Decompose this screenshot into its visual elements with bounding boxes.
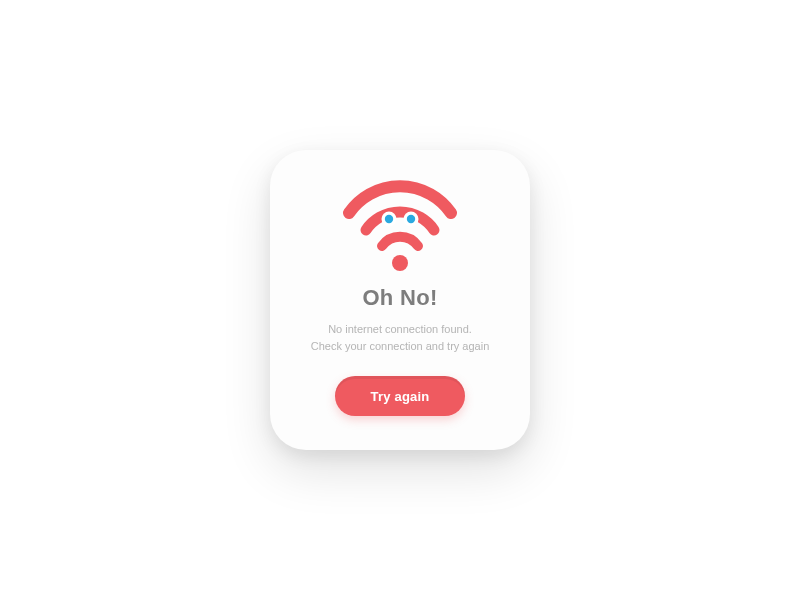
dialog-description-line2: Check your connection and try again	[311, 340, 490, 352]
dialog-title: Oh No!	[362, 285, 437, 311]
wifi-face-icon	[340, 180, 460, 275]
svg-point-0	[392, 255, 408, 271]
dialog-description-line1: No internet connection found.	[328, 323, 472, 335]
svg-point-4	[407, 215, 415, 223]
dialog-description: No internet connection found. Check your…	[311, 321, 490, 354]
svg-point-2	[385, 215, 393, 223]
no-connection-card: Oh No! No internet connection found. Che…	[270, 150, 530, 450]
try-again-button[interactable]: Try again	[335, 376, 465, 416]
